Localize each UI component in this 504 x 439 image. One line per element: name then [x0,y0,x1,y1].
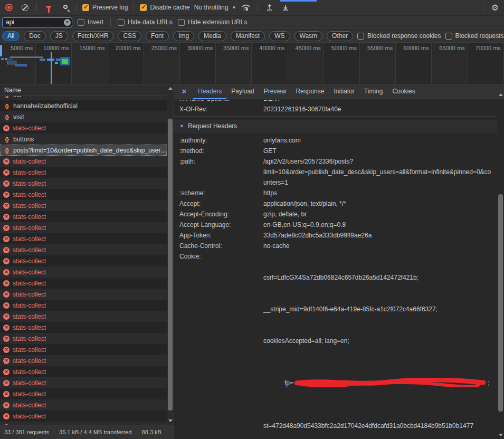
filter-input-wrapper: ✕ [2,17,72,27]
checkbox-unchecked-icon[interactable] [78,19,84,26]
checkbox-unchecked-icon[interactable] [357,33,364,40]
type-filter-pill[interactable]: Wasm [294,31,323,41]
disable-cache-checkbox[interactable]: Disable cache [140,4,189,11]
network-request-row[interactable]: ✕ stats-collect [0,255,167,266]
request-headers-section-header[interactable]: ▼ Request Headers [174,120,497,132]
type-filter-pill[interactable]: Img [173,31,194,41]
scroll-up-arrow[interactable] [168,87,173,90]
checkbox-checked-icon[interactable] [140,4,147,11]
svg-text:↑: ↑ [243,8,245,11]
type-filter-pill[interactable]: JS [50,31,68,41]
checkbox-unchecked-icon[interactable] [178,19,185,26]
network-request-row[interactable]: {} posts?limit=10&order=publish_date_des… [0,145,167,156]
network-request-row[interactable]: ✕ stats-collect [0,211,167,222]
network-request-row[interactable]: {} visit [0,111,167,122]
type-filter-pill[interactable]: Media [198,31,226,41]
network-request-row[interactable]: ✕ stats-collect [0,366,167,377]
header-name: Cookie: [174,251,263,262]
details-tab[interactable]: Timing [359,84,388,99]
toolbar-divider [76,3,77,12]
chevron-down-icon: ▼ [232,5,236,10]
checkbox-checked-icon[interactable] [82,4,89,11]
throttling-dropdown[interactable]: No throttling ▼ [194,4,236,11]
type-filter-pill[interactable]: All [2,31,20,41]
type-filter-pill[interactable]: Font [146,31,169,41]
blocked-response-cookies-checkbox[interactable]: Blocked response cookies [357,32,441,40]
blocked-requests-checkbox[interactable]: Blocked requests [445,32,504,40]
network-request-row[interactable]: ✕ stats-collect [0,399,167,411]
type-filter-pill[interactable]: Manifest [231,31,265,41]
request-type-icon: ✕ [3,169,9,176]
scroll-up-arrow[interactable] [499,93,503,96]
close-details-icon[interactable]: ✕ [178,86,190,98]
details-tab[interactable]: Payload [226,84,259,99]
request-type-icon: {} [3,96,10,98]
details-tab[interactable]: Headers [193,84,226,99]
invert-checkbox[interactable]: Invert [78,18,103,26]
network-request-row[interactable]: ✕ stats-collect [0,167,167,178]
network-request-row[interactable]: ✕ stats-collect [0,333,167,344]
export-har-icon[interactable] [280,2,291,13]
network-request-row[interactable]: ✕ stats-collect [0,200,167,211]
type-filter-pill[interactable]: Doc [24,31,45,41]
network-request-row[interactable]: ✕ stats-collect [0,178,167,189]
details-scrollbar[interactable] [497,91,504,439]
network-request-row[interactable]: ✕ stats-collect [0,322,167,333]
network-overview-timeline[interactable]: 5000 ms 10000 ms 15000 ms 20000 ms 25000… [0,43,504,84]
checkbox-unchecked-icon[interactable] [118,19,125,26]
filter-icon[interactable] [43,2,54,13]
scroll-down-arrow[interactable] [168,419,173,422]
hide-data-urls-checkbox[interactable]: Hide data URLs [118,18,173,26]
network-request-row[interactable]: ✕ stats-collect [0,311,167,322]
request-name-label: stats-collect [13,158,46,165]
scroll-down-arrow[interactable] [499,434,503,436]
import-har-icon[interactable] [264,2,275,13]
network-request-row[interactable]: ✕ stats-collect [0,122,167,133]
network-request-row[interactable]: ✕ stats-collect [0,300,167,311]
network-request-row[interactable]: ✕ stats-collect [0,222,167,233]
network-request-row[interactable]: ✕ stats-collect [0,388,167,399]
overview-selection-handle[interactable] [0,45,2,56]
request-list-scrollbar[interactable] [167,84,174,425]
details-tab[interactable]: Preview [259,84,291,99]
type-filter-pill[interactable]: Fetch/XHR [72,31,114,41]
type-filter-pill[interactable]: WS [269,31,290,41]
type-filter-pills: All Doc JS Fetch/XHR CSS Font Img Media … [2,31,353,41]
record-button[interactable] [3,2,15,13]
request-type-icon: ✕ [3,236,9,242]
network-request-row[interactable]: ✕ stats-collect [0,411,167,422]
network-request-row[interactable]: ✕ stats-collect [0,266,167,278]
network-request-row[interactable]: {} buttons [0,133,167,145]
cookie-line: csrf=LdfcGX4Sa72db06824c657db26a5d142472… [263,272,494,283]
network-request-row[interactable]: {} init [0,96,167,100]
details-tab[interactable]: Cookies [387,84,420,99]
network-request-row[interactable]: ✕ stats-collect [0,156,167,167]
scrollbar-thumb[interactable] [498,194,503,412]
network-request-row[interactable]: ✕ stats-collect [0,289,167,300]
search-icon[interactable] [59,2,70,13]
network-request-row[interactable]: {} hannahelizabethofficial [0,100,167,111]
network-request-row[interactable]: ✕ stats-collect [0,355,167,366]
hide-extension-urls-checkbox[interactable]: Hide extension URLs [178,18,248,26]
network-request-row[interactable]: ✕ stats-collect [0,344,167,355]
network-conditions-icon[interactable]: ↑ [240,2,252,13]
clear-filter-icon[interactable]: ✕ [64,19,71,26]
network-request-row[interactable]: ✕ stats-collect [0,377,167,388]
network-request-row[interactable]: ✕ stats-collect [0,189,167,200]
request-header-row: Accept-Encoding: gzip, deflate, br [174,209,497,219]
network-request-row[interactable]: ✕ stats-collect [0,233,167,244]
type-filter-pill[interactable]: Other [327,31,353,41]
network-request-row[interactable]: ✕ stats-collect [0,278,167,289]
name-column-header[interactable]: Name [0,84,174,96]
scrollbar-thumb[interactable] [168,119,173,411]
settings-gear-icon[interactable]: ⚙ [489,2,501,13]
details-tab[interactable]: Response [291,84,329,99]
details-tab[interactable]: Initiator [329,84,359,99]
request-header-row: App-Token: 33d57ade8c02dbc5a333db99ff9ae… [174,230,497,241]
clear-button[interactable] [19,2,31,13]
preserve-log-checkbox[interactable]: Preserve log [82,4,128,11]
filter-input[interactable] [2,17,72,27]
type-filter-pill[interactable]: CSS [118,31,141,41]
network-request-row[interactable]: ✕ stats-collect [0,244,167,255]
checkbox-unchecked-icon[interactable] [445,33,452,40]
